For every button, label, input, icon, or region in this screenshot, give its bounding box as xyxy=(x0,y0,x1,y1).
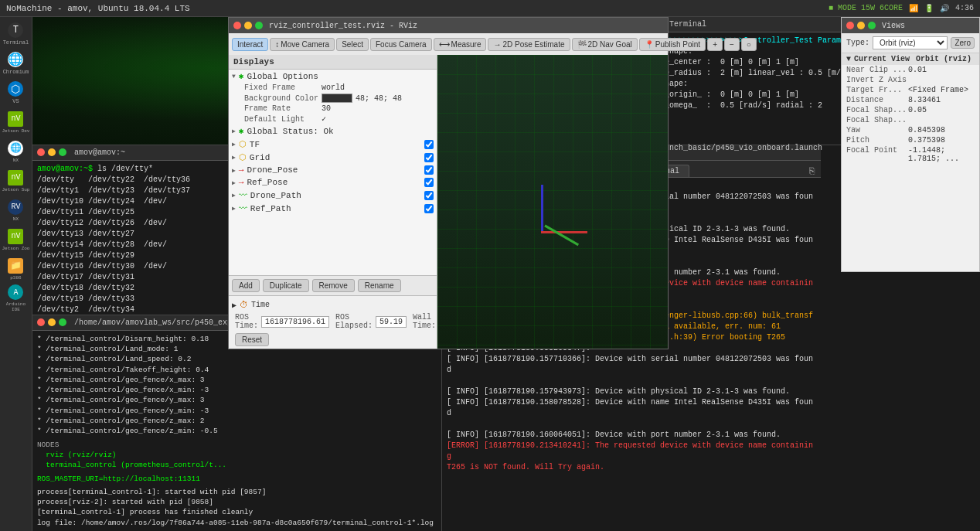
time-reset-btn[interactable]: Reset xyxy=(235,333,269,346)
sidebar-icon-terminal[interactable]: T Terminal xyxy=(2,20,29,48)
sidebar-icon-files[interactable]: 📁 p386 xyxy=(2,255,29,283)
views-zero-btn[interactable]: Zero xyxy=(951,37,975,49)
amov-close-btn[interactable] xyxy=(37,148,45,156)
focal-shape1-value: 0.05 xyxy=(908,106,927,114)
p450b-max-btn[interactable] xyxy=(59,318,66,326)
toolbar-extra-3[interactable]: ○ xyxy=(741,38,757,51)
log-line-13: [ INFO] [1618778190.157710366]: Device w… xyxy=(447,354,816,376)
frame-rate-label: Frame Rate xyxy=(244,104,322,113)
left-sidebar: T Terminal 🌐 Chromium ⬡ VS nV Jetson Dev… xyxy=(0,17,32,531)
controller-terminal-title: Terminal xyxy=(669,20,706,29)
sidebar-icon-arduino[interactable]: A Arduino IDE xyxy=(2,284,29,312)
views-max-btn[interactable] xyxy=(868,22,876,29)
amov-max-btn[interactable] xyxy=(59,148,66,156)
ref-pose-label: Ref_Pose xyxy=(247,178,288,187)
sidebar-icon-nvidia3[interactable]: nV Jetson Zoo xyxy=(2,226,29,254)
bg-color-value: 48; 48; 48 xyxy=(356,94,434,103)
drone-path-label: Drone_Path xyxy=(250,191,301,200)
p450-copy-icon[interactable]: ⎘ xyxy=(809,166,815,177)
drone-pose-checkbox[interactable] xyxy=(424,165,434,175)
sidebar-icon-nvidia1[interactable]: nV Jetson Dev xyxy=(2,108,29,136)
bg-color-swatch xyxy=(322,94,352,103)
global-options-triangle: ▼ xyxy=(232,73,236,80)
rviz-close-btn[interactable] xyxy=(233,22,241,29)
focal-shape1-label: Focal Shap... xyxy=(846,106,908,114)
sidebar-icon-nvidia2[interactable]: nV Jetson Sup xyxy=(2,167,29,195)
views-title-bar: Views xyxy=(842,18,979,33)
p450b-close-btn[interactable] xyxy=(37,318,45,326)
rviz-min-btn[interactable] xyxy=(244,22,252,29)
pitch-value: 0.375398 xyxy=(908,136,945,145)
rename-btn[interactable]: Rename xyxy=(358,279,401,292)
select-btn[interactable]: Select xyxy=(336,38,369,51)
duplicate-btn[interactable]: Duplicate xyxy=(263,279,309,292)
time-header[interactable]: ▶ ⏱ Time xyxy=(232,298,434,311)
sidebar-icon-network[interactable]: 🌐 NX xyxy=(2,138,29,165)
grid-checkbox[interactable] xyxy=(424,153,434,162)
add-btn[interactable]: Add xyxy=(232,279,260,292)
views-close-btn[interactable] xyxy=(846,22,854,29)
p450-param-9: * /terminal_control/geo_fence/z_max: 2 xyxy=(37,416,437,426)
drone-path-item[interactable]: ▶ 〰 Drone_Path xyxy=(229,189,437,202)
sidebar-icon-rviz[interactable]: RV NX xyxy=(2,196,29,224)
grid-item[interactable]: ▶ ⬡ Grid xyxy=(229,151,437,164)
ref-path-item[interactable]: ▶ 〰 Ref_Path xyxy=(229,202,437,215)
ref-path-icon: 〰 xyxy=(239,203,247,213)
rviz-panel: rviz_controller_test.rviz - RViz Interac… xyxy=(228,17,669,349)
measure-btn[interactable]: ⟷ Measure xyxy=(434,38,487,51)
rviz-title-bar: rviz_controller_test.rviz - RViz xyxy=(229,18,668,33)
global-options-label: Global Options xyxy=(247,72,318,81)
invert-z-row: Invert Z Axis xyxy=(842,75,979,85)
views-content: Type: Orbit (rviz) Zero ▼ Current View O… xyxy=(842,33,979,271)
sidebar-icon-vscode[interactable]: ⬡ VS xyxy=(2,79,29,107)
wall-time-label: Wall Time: xyxy=(413,313,436,330)
ref-pose-checkbox[interactable] xyxy=(424,178,434,187)
views-type-label: Type: xyxy=(846,39,869,47)
toolbar-extra-2[interactable]: − xyxy=(724,38,740,51)
background-color-label: Background Color xyxy=(244,94,322,103)
ref-pose-item[interactable]: ▶ → Ref_Pose xyxy=(229,176,437,189)
p450b-min-btn[interactable] xyxy=(48,318,56,326)
viewport-3d[interactable] xyxy=(437,55,668,349)
nav-goal-btn[interactable]: 🏁 2D Nav Goal xyxy=(572,38,638,51)
tf-item[interactable]: ▶ ⬡ TF xyxy=(229,138,437,151)
tf-label: TF xyxy=(250,140,260,149)
sidebar-icon-chromium[interactable]: 🌐 Chromium xyxy=(2,49,29,77)
measure-icon: ⟷ xyxy=(439,40,450,49)
distance-value: 8.33461 xyxy=(908,96,941,104)
current-view-label: Current View xyxy=(854,55,910,63)
fixed-frame-row: Fixed Frame world xyxy=(229,83,437,93)
current-view-type: Orbit (rviz) xyxy=(916,55,971,63)
interact-btn[interactable]: Interact xyxy=(232,38,268,51)
clock: 4:36 xyxy=(955,4,974,12)
log-line-15: [ INFO] [1618778190.157943973]: Device w… xyxy=(447,386,816,397)
toolbar-extra-1[interactable]: + xyxy=(707,38,723,51)
focal-shape2-row: Focal Shap... xyxy=(842,115,979,125)
pitch-row: Pitch 0.375398 xyxy=(842,135,979,145)
yaw-value: 0.845398 xyxy=(908,126,945,134)
tf-checkbox[interactable] xyxy=(424,140,434,149)
ref-path-checkbox[interactable] xyxy=(424,204,434,213)
log-line-20: T265 is NOT found. Will Try again. xyxy=(447,462,816,473)
global-status-row[interactable]: ▶ ✱ Global Status: Ok xyxy=(229,124,437,138)
focus-camera-btn[interactable]: Focus Camera xyxy=(370,38,432,51)
current-view-triangle: ▼ xyxy=(846,55,851,63)
rviz-max-btn[interactable] xyxy=(255,22,263,29)
p450-param-5: * /terminal_control/geo_fence/x_max: 3 xyxy=(37,375,437,385)
move-camera-btn[interactable]: ↕ Move Camera xyxy=(270,38,335,51)
ros-elapsed-value: 59.19 xyxy=(376,316,407,328)
displays-panel: Displays ▼ ✱ Global Options Fixed Frame … xyxy=(229,55,437,349)
amov-min-btn[interactable] xyxy=(48,148,56,156)
views-min-btn[interactable] xyxy=(857,22,865,29)
default-light-row: Default Light ✓ xyxy=(229,114,437,124)
os-top-bar: NoMachine - amov, Ubuntu 18.04.4 LTS ■ M… xyxy=(0,0,980,17)
views-type-select[interactable]: Orbit (rviz) xyxy=(873,36,948,49)
drone-path-checkbox[interactable] xyxy=(424,191,434,200)
battery-icon: 🔋 xyxy=(924,4,934,13)
drone-pose-item[interactable]: ▶ → Drone_Pose xyxy=(229,164,437,176)
log-line-14 xyxy=(447,376,816,386)
publish-point-btn[interactable]: 📍 Publish Point xyxy=(639,38,706,51)
remove-btn[interactable]: Remove xyxy=(312,279,355,292)
pose-estimate-btn[interactable]: → 2D Pose Estimate xyxy=(488,38,570,51)
global-options-group[interactable]: ▼ ✱ Global Options xyxy=(229,70,437,83)
